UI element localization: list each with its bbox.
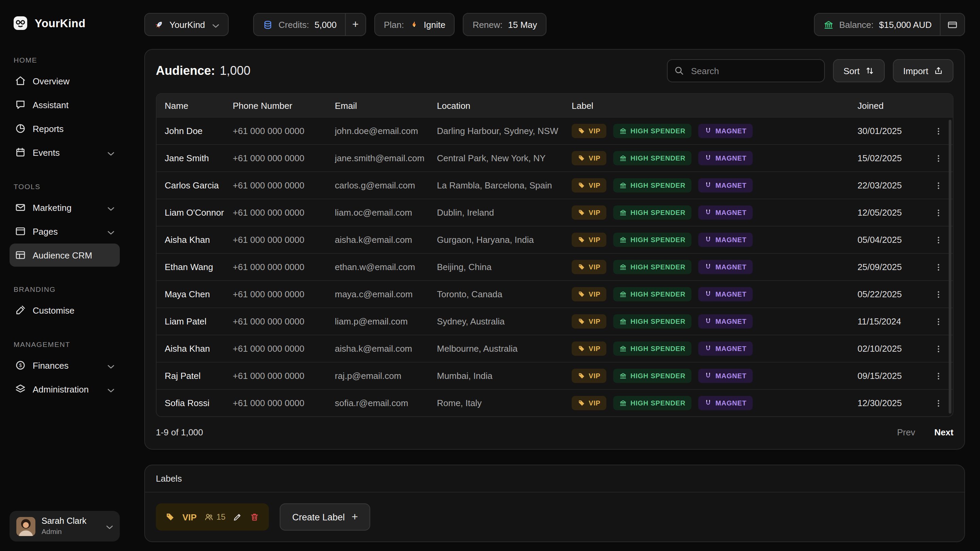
table-row[interactable]: Carlos Garcia +61 000 000 0000 carlos.g@… [156, 171, 953, 198]
table-row[interactable]: Ethan Wang +61 000 000 0000 ethan.w@emai… [156, 253, 953, 280]
cell-phone: +61 000 000 0000 [233, 208, 335, 218]
rocket-icon [154, 19, 164, 30]
cell-name: Liam Patel [165, 316, 233, 327]
card-button[interactable] [940, 14, 964, 35]
row-menu-button[interactable] [932, 206, 945, 219]
vip-badge-label: VIP [589, 372, 601, 380]
next-button[interactable]: Next [934, 427, 953, 437]
nav-section-tools: TOOLS [14, 182, 116, 191]
kebab-icon [934, 208, 943, 218]
row-menu-button[interactable] [932, 179, 945, 192]
sidebar-item-audience-crm[interactable]: Audience CRM [10, 243, 120, 267]
table-row[interactable]: John Doe +61 000 000 0000 john.doe@email… [156, 117, 953, 144]
sidebar-item-events[interactable]: Events [10, 141, 120, 164]
table-row[interactable]: Liam O'Connor +61 000 000 0000 liam.oc@e… [156, 198, 953, 226]
vip-badge: VIP [572, 233, 607, 247]
credits-value: 5,000 [314, 19, 337, 30]
cell-email: liam.oc@email.com [335, 208, 437, 218]
vip-badge: VIP [572, 260, 607, 274]
prev-button[interactable]: Prev [897, 427, 915, 437]
edit-label-button[interactable] [233, 512, 243, 522]
high-spender-badge: HIGH SPENDER [614, 341, 692, 356]
column-header-email: Email [335, 100, 437, 111]
row-menu-button[interactable] [932, 396, 945, 410]
cell-name: John Doe [165, 126, 233, 136]
brand-name: YourKind [35, 17, 86, 30]
table-row[interactable]: Liam Patel +61 000 000 0000 liam.p@email… [156, 308, 953, 335]
sidebar-item-assistant[interactable]: Assistant [10, 93, 120, 116]
vip-badge-label: VIP [589, 345, 601, 353]
cell-location: Rome, Italy [437, 398, 572, 408]
topbar: YourKind Credits: 5,000 + Plan: Ignite R [144, 13, 965, 36]
plan-pill[interactable]: Plan: Ignite [374, 13, 455, 36]
row-menu-button[interactable] [932, 151, 945, 165]
credits-label: Credits: [279, 19, 309, 30]
cell-location: Gurgaon, Haryana, India [437, 235, 572, 245]
chevron-down-icon [211, 20, 220, 29]
cell-name: Aisha Khan [165, 235, 233, 245]
cell-joined: 12/30/2025 [858, 398, 927, 408]
row-menu-button[interactable] [932, 314, 945, 328]
add-credits-button[interactable]: + [345, 14, 366, 35]
high-spender-badge: HIGH SPENDER [614, 314, 692, 329]
brush-icon [15, 305, 26, 316]
bank-icon [620, 372, 627, 380]
table-row[interactable]: Aisha Khan +61 000 000 0000 aisha.k@emai… [156, 226, 953, 253]
row-menu-button[interactable] [932, 287, 945, 301]
cell-joined: 11/15/2024 [858, 316, 927, 327]
row-menu-button[interactable] [932, 124, 945, 138]
magnet-badge: MAGNET [698, 151, 753, 165]
renew-value: 15 May [508, 19, 537, 30]
balance-label: Balance: [839, 19, 873, 30]
kebab-icon [934, 289, 943, 299]
credits-pill[interactable]: Credits: 5,000 + [253, 13, 366, 36]
workspace-switcher[interactable]: YourKind [144, 13, 229, 36]
sidebar-item-label: Assistant [33, 100, 69, 110]
create-label-button[interactable]: Create Label + [280, 503, 370, 530]
table-row[interactable]: Maya Chen +61 000 000 0000 maya.c@email.… [156, 280, 953, 308]
cell-location: Dublin, Ireland [437, 208, 572, 218]
sidebar-item-overview[interactable]: Overview [10, 69, 120, 92]
user-menu[interactable]: Sarah Clark Admin [10, 511, 120, 542]
sidebar-item-label: Reports [33, 124, 64, 134]
sidebar-item-reports[interactable]: Reports [10, 117, 120, 140]
renew-pill[interactable]: Renew: 15 May [463, 13, 546, 36]
workspace-name: YourKind [169, 19, 205, 30]
sidebar-item-pages[interactable]: Pages [10, 220, 120, 243]
balance-pill[interactable]: Balance: $15,000 AUD [814, 13, 965, 36]
high-spender-badge: HIGH SPENDER [614, 124, 692, 138]
browser-icon [15, 226, 26, 237]
row-menu-button[interactable] [932, 369, 945, 383]
search-icon [674, 65, 684, 76]
row-menu-button[interactable] [932, 233, 945, 246]
yourkind-logo-icon [12, 15, 29, 31]
table-row[interactable]: Raj Patel +61 000 000 0000 raj.p@email.c… [156, 362, 953, 389]
delete-label-button[interactable] [250, 512, 259, 522]
tag-icon [578, 154, 585, 162]
cell-labels: VIP HIGH SPENDER MAGNET [572, 260, 858, 274]
magnet-badge: MAGNET [698, 124, 753, 138]
magnet-icon [705, 291, 712, 298]
cell-name: Liam O'Connor [165, 208, 233, 218]
cell-labels: VIP HIGH SPENDER MAGNET [572, 341, 858, 356]
row-menu-button[interactable] [932, 260, 945, 274]
import-button[interactable]: Import [893, 59, 953, 82]
kebab-icon [934, 181, 943, 190]
table-body: John Doe +61 000 000 0000 john.doe@email… [156, 117, 953, 416]
table-row[interactable]: Jane Smith +61 000 000 0000 jane.smith@e… [156, 144, 953, 171]
row-menu-button[interactable] [932, 342, 945, 356]
sidebar-item-customise[interactable]: Customise [10, 299, 120, 322]
sidebar-item-marketing[interactable]: Marketing [10, 196, 120, 219]
table-icon [15, 250, 26, 260]
table-row[interactable]: Aisha Khan +61 000 000 0000 aisha.k@emai… [156, 335, 953, 362]
sidebar-item-administration[interactable]: Administration [10, 378, 120, 401]
table-row[interactable]: Sofia Rossi +61 000 000 0000 sofia.r@ema… [156, 389, 953, 416]
sidebar-item-finances[interactable]: $ Finances [10, 354, 120, 377]
magnet-badge-label: MAGNET [716, 209, 746, 216]
sort-label: Sort [843, 66, 860, 76]
pagination-summary: 1-9 of 1,000 [156, 427, 203, 437]
magnet-icon [705, 263, 712, 271]
search-input[interactable] [667, 59, 825, 82]
table-scrollbar[interactable] [949, 120, 951, 414]
sort-button[interactable]: Sort [833, 59, 885, 82]
